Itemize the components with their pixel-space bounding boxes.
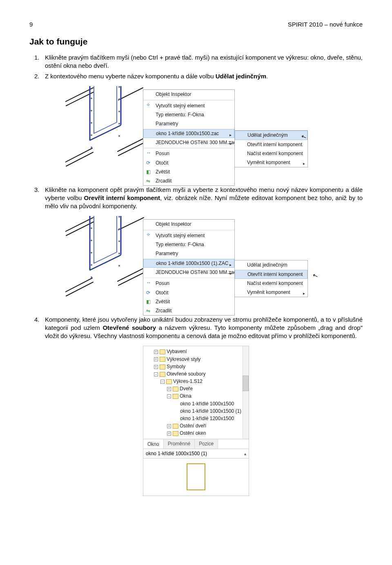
folder-icon xyxy=(173,387,178,391)
collapse-icon[interactable]: − xyxy=(154,372,158,376)
step-number: 3. xyxy=(34,186,40,194)
tab-pozice[interactable]: Pozice xyxy=(195,439,218,449)
submenu-arrow-icon xyxy=(303,290,305,296)
tree-node-vybaveni[interactable]: +Vybavení xyxy=(145,348,249,355)
context-submenu[interactable]: Udělat jedinečným Otevřít interní kompon… xyxy=(234,130,308,167)
menu-item-component-okno[interactable]: okno 1-křídlé 1000x1500 (1).ZAC xyxy=(143,259,234,268)
expand-icon[interactable]: + xyxy=(167,432,171,436)
step-text-bold: Otevřené soubory xyxy=(102,324,156,331)
menu-item-component-osteni[interactable]: JEDNODUCHé OSTěNí 300 MM.zac xyxy=(143,268,234,277)
menu-item-object-inspector[interactable]: Objekt Inspektor xyxy=(143,220,234,229)
figure-context-menu-1: Objekt Inspektor Vytvořit stejný element… xyxy=(65,86,327,176)
menu-item-element-type[interactable]: Typ elementu: F-Okna xyxy=(143,110,234,119)
selected-component-label: okno 1-křídlé 1000x1500 (1) xyxy=(146,450,207,457)
isometric-window-sketch xyxy=(65,86,147,176)
folder-icon xyxy=(173,394,178,399)
menu-item-zvetsit[interactable]: Zvětšit xyxy=(143,167,234,176)
menu-item-posun[interactable]: Posun xyxy=(143,278,234,288)
tree-node-otevrene-soubory[interactable]: −Otevřené soubory xyxy=(145,370,249,378)
page-number: 9 xyxy=(29,20,33,29)
wand-icon xyxy=(146,231,152,237)
menu-item-parameters[interactable]: Parametry xyxy=(143,249,234,258)
submenu-item-swap-component[interactable]: Vyměnit komponent xyxy=(235,158,307,167)
menu-item-component-osteni[interactable]: JEDNODUCHé OSTěNí 300 MM.zac xyxy=(143,138,234,147)
svg-rect-7 xyxy=(90,86,121,140)
step-text-part: . xyxy=(266,73,268,80)
selected-component-row[interactable]: okno 1-křídlé 1000x1500 (1) xyxy=(143,449,249,458)
menu-item-component-okno[interactable]: okno 1-křídlé 1000x1500.zac xyxy=(143,129,234,138)
step-2: 2. Z kontextového menu vyberte název kom… xyxy=(45,72,363,80)
expand-icon[interactable]: + xyxy=(154,357,158,361)
expand-icon[interactable]: + xyxy=(154,350,158,354)
svg-point-15 xyxy=(118,98,120,100)
submenu-item-load-external[interactable]: Načíst externí komponent xyxy=(235,149,307,158)
menu-item-parameters[interactable]: Parametry xyxy=(143,119,234,128)
submenu-item-load-external[interactable]: Načíst externí komponent xyxy=(235,279,307,288)
expand-icon[interactable]: + xyxy=(167,387,171,391)
context-menu-main[interactable]: Objekt Inspektor Vytvořit stejný element… xyxy=(143,219,235,316)
tree-node-vykresove-styly[interactable]: +Výkresové styly xyxy=(145,356,249,363)
svg-point-30 xyxy=(91,252,92,254)
component-tree-panel[interactable]: +Vybavení +Výkresové styly +Symboly −Ote… xyxy=(143,346,249,439)
step-text-bold: Orevřít interní komponent xyxy=(84,194,160,201)
menu-item-create-same[interactable]: Vytvořit stejný element xyxy=(143,230,234,240)
submenu-item-make-unique[interactable]: Udělat jedinečným xyxy=(235,131,307,140)
submenu-item-swap-component[interactable]: Vyměnit komponent xyxy=(235,288,307,297)
collapse-icon[interactable]: − xyxy=(167,394,171,398)
menu-item-zrcadlit[interactable]: Zrcadlit xyxy=(143,306,234,315)
svg-point-32 xyxy=(91,276,92,278)
tab-bar: Okno Proměnné Pozice xyxy=(143,439,249,449)
menu-item-object-inspector[interactable]: Objekt Inspektor xyxy=(143,90,234,99)
tree-node-okna[interactable]: −Okna xyxy=(145,392,249,400)
tree-leaf-okno-1200x1500[interactable]: okno 1-křídlé 1200x1500 xyxy=(145,415,249,422)
expand-icon[interactable]: + xyxy=(154,365,158,369)
folder-icon xyxy=(160,365,165,369)
context-menu-main[interactable]: Objekt Inspektor Vytvořit stejný element… xyxy=(143,89,235,186)
menu-item-element-type[interactable]: Typ elementu: F-Okna xyxy=(143,240,234,249)
submenu-item-open-internal[interactable]: Otevřít interní komponent xyxy=(235,140,307,149)
tree-node-dvere[interactable]: +Dveře xyxy=(145,385,249,392)
expand-icon[interactable]: + xyxy=(167,424,171,428)
mouse-cursor-icon: ↖ xyxy=(312,271,319,280)
window-thumbnail-icon xyxy=(187,463,205,490)
tree-leaf-okno-1000x1500[interactable]: okno 1-křídlé 1000x1500 xyxy=(145,400,249,407)
tree-node-osteni-oken[interactable]: +Ostění oken xyxy=(145,429,249,437)
menu-item-posun[interactable]: Posun xyxy=(143,148,234,158)
submenu-arrow-icon xyxy=(229,261,232,268)
menu-item-otocit[interactable]: Otočit xyxy=(143,288,234,297)
menu-item-create-same[interactable]: Vytvořit stejný element xyxy=(143,100,234,110)
svg-point-31 xyxy=(91,264,92,266)
collapse-icon[interactable]: − xyxy=(160,380,165,384)
tree-leaf-okno-1000x1500-1[interactable]: okno 1-křídlé 1000x1500 (1) xyxy=(145,407,249,415)
tree-node-symboly[interactable]: +Symboly xyxy=(145,363,249,370)
folder-icon xyxy=(160,372,165,377)
tree-node-vykres[interactable]: −Výkres-1.S12 xyxy=(145,378,249,385)
tab-okno[interactable]: Okno xyxy=(143,439,164,449)
submenu-item-make-unique[interactable]: Udělat jedinečným xyxy=(235,260,307,269)
svg-point-29 xyxy=(91,240,92,241)
svg-point-12 xyxy=(91,134,92,136)
tab-promenne[interactable]: Proměnné xyxy=(164,439,195,449)
submenu-arrow-icon xyxy=(229,131,232,138)
svg-point-11 xyxy=(91,122,92,124)
menu-item-zrcadlit[interactable]: Zrcadlit xyxy=(143,176,234,185)
step-text-part: Z kontextového menu vyberte název kompon… xyxy=(45,73,216,80)
svg-rect-8 xyxy=(94,86,117,133)
isometric-window-sketch xyxy=(65,216,147,306)
step-4: 4. Komponenty, které jsou vytvořeny jako… xyxy=(45,316,363,340)
submenu-item-open-internal[interactable]: Otevřít interní komponent xyxy=(235,270,307,279)
collapse-up-icon[interactable] xyxy=(244,450,246,457)
svg-point-33 xyxy=(118,216,120,218)
menu-item-otocit[interactable]: Otočit xyxy=(143,158,234,167)
context-submenu[interactable]: Udělat jedinečným Otevřít interní kompon… xyxy=(234,260,308,297)
step-3: 3. Klikněte na komponent opět pravým tla… xyxy=(45,186,363,211)
tree-node-osteni-dveri[interactable]: +Ostění dveří xyxy=(145,422,249,429)
svg-point-16 xyxy=(118,111,120,112)
move-icon xyxy=(146,279,152,285)
step-text: Klikněte pravým tlačítkem myši (nebo Ctr… xyxy=(45,54,363,69)
submenu-arrow-icon xyxy=(303,160,305,167)
svg-line-21 xyxy=(118,218,144,230)
mirror-icon xyxy=(146,307,152,313)
menu-item-zvetsit[interactable]: Zvětšit xyxy=(143,297,234,306)
svg-point-17 xyxy=(118,123,120,125)
